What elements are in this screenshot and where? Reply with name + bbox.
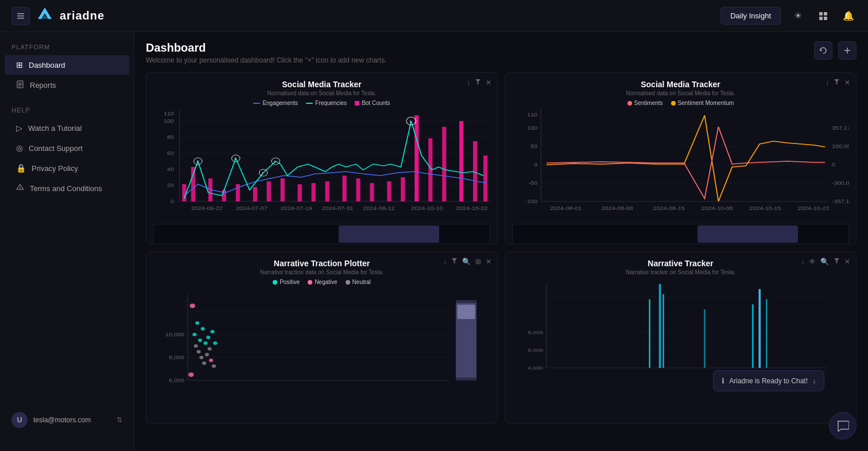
svg-rect-0	[17, 13, 24, 14]
svg-marker-96	[452, 258, 457, 263]
svg-text:40: 40	[167, 166, 175, 172]
svg-text:10,000: 10,000	[165, 332, 184, 337]
close-button[interactable]: ✕	[486, 258, 491, 266]
legend-neutral: Neutral	[346, 279, 371, 285]
daily-insight-button[interactable]: Daily Insight	[720, 7, 781, 25]
svg-point-115	[203, 341, 207, 345]
user-area[interactable]: U tesla@motors.com ⇅	[0, 406, 134, 434]
svg-rect-1	[17, 15, 24, 17]
legend-sentiment-momentum: Sentiment Momentum	[671, 100, 734, 106]
logo-icon	[36, 6, 54, 26]
svg-text:2024-07-07: 2024-07-07	[236, 205, 268, 211]
svg-rect-52	[356, 178, 360, 201]
download-button[interactable]: ↓	[443, 258, 447, 266]
chart1-controls: ↓ ✕	[467, 79, 491, 87]
sidebar-item-dashboard[interactable]: ⊞ Dashboard	[5, 55, 129, 75]
svg-point-121	[212, 364, 216, 368]
close-button[interactable]: ✕	[844, 79, 850, 87]
sun-icon[interactable]: ☀	[790, 8, 806, 24]
terms-icon	[16, 184, 24, 193]
sidebar-item-terms[interactable]: Terms and Conditions	[5, 178, 129, 199]
chart4-title: Narrative Tracker	[512, 259, 849, 268]
sidebar-item-tutorial[interactable]: ▷ Watch a Tutorial	[5, 118, 129, 138]
chat-button[interactable]	[829, 412, 857, 440]
chart4-controls: ↓ 👁 🔍 ✕	[801, 258, 850, 266]
topbar: ariadne Daily Insight ☀ 🔔	[0, 0, 868, 32]
svg-point-111	[198, 339, 202, 342]
filter-button[interactable]	[834, 79, 840, 87]
svg-point-114	[202, 361, 206, 365]
filter-button[interactable]	[451, 258, 458, 266]
legend-sentiments: Sentiments	[627, 100, 663, 106]
chart-narrative-traction: ↓ 🔍 ⊞ ✕ Narrative Traction Plotter Narra…	[146, 251, 498, 423]
search-button[interactable]: 🔍	[820, 258, 829, 266]
eye-button[interactable]: 👁	[809, 258, 816, 266]
svg-text:i: i	[410, 119, 411, 124]
platform-section: Platform ⊞ Dashboard Reports	[0, 44, 134, 95]
svg-rect-50	[325, 181, 329, 201]
chart3-legend: Positive Negative Neutral	[153, 279, 490, 285]
user-email: tesla@motors.com	[33, 416, 111, 424]
add-chart-button[interactable]	[838, 41, 857, 60]
sidebar-item-support-label: Contact Support	[29, 144, 83, 153]
svg-text:6,000: 6,000	[169, 378, 184, 383]
svg-text:i: i	[274, 160, 276, 164]
svg-text:i: i	[262, 171, 263, 176]
refresh-button[interactable]	[814, 41, 832, 60]
chart3-controls: ↓ 🔍 ⊞ ✕	[443, 258, 491, 266]
bell-icon[interactable]: 🔔	[840, 8, 857, 24]
legend-frequencies-label: Frequencies	[315, 100, 347, 106]
topbar-right: Daily Insight ☀ 🔔	[720, 7, 857, 25]
download-button[interactable]: ↓	[801, 258, 804, 266]
svg-text:100: 100	[527, 125, 537, 131]
svg-point-108	[194, 344, 198, 348]
filter-button[interactable]	[834, 258, 840, 266]
svg-rect-8	[824, 17, 827, 20]
sidebar-item-support[interactable]: ◎ Contact Support	[5, 138, 129, 158]
svg-rect-58	[442, 127, 446, 201]
svg-marker-18	[475, 79, 480, 84]
svg-text:357,171: 357,171	[832, 125, 849, 131]
download-button[interactable]: ↓	[826, 79, 829, 87]
filter-button[interactable]	[475, 79, 481, 87]
svg-rect-125	[457, 305, 475, 319]
legend-frequencies: Frequencies	[306, 100, 347, 106]
svg-marker-72	[834, 79, 839, 84]
chart1-scroll[interactable]	[153, 224, 490, 244]
svg-rect-49	[312, 183, 316, 201]
grid-icon[interactable]	[815, 8, 831, 24]
svg-text:-357,171: -357,171	[832, 199, 849, 204]
chart2-scroll[interactable]	[512, 224, 849, 244]
svg-text:8,000: 8,000	[528, 329, 543, 335]
chart-social-media-tracker-1: ↓ ✕ Social Media Tracker Normalised data…	[146, 72, 498, 244]
svg-rect-56	[414, 115, 418, 201]
chart-social-media-tracker-2: ↓ ✕ Social Media Tracker Normalised data…	[505, 72, 857, 244]
download-button[interactable]: ↓	[467, 79, 470, 87]
page-subtitle: Welcome to your personalised dashboard! …	[146, 56, 387, 64]
close-button[interactable]: ✕	[844, 258, 850, 266]
svg-rect-60	[473, 141, 477, 201]
page-title: Dashboard	[146, 41, 387, 55]
chart2-area: -100 -50 0 50 100 110 -357,171 -300,000 …	[512, 110, 849, 221]
ariadne-notify-scroll-icon[interactable]: ↓	[812, 377, 816, 385]
sidebar-item-reports-label: Reports	[30, 81, 56, 90]
svg-point-110	[196, 350, 200, 353]
sidebar-item-reports[interactable]: Reports	[5, 75, 129, 95]
svg-text:100: 100	[164, 118, 174, 124]
logo-text: ariadne	[60, 9, 104, 22]
svg-rect-61	[483, 155, 487, 201]
logo-area: ariadne	[11, 6, 104, 26]
svg-rect-46	[267, 181, 271, 201]
sidebar-item-privacy[interactable]: 🔒 Privacy Policy	[5, 158, 129, 178]
svg-rect-54	[387, 181, 391, 201]
search-button[interactable]: 🔍	[462, 258, 471, 266]
svg-text:20: 20	[167, 182, 175, 188]
daily-insight-label: Daily Insight	[730, 11, 771, 20]
svg-point-113	[201, 327, 205, 331]
close-button[interactable]: ✕	[486, 79, 491, 87]
sidebar-toggle-btn[interactable]	[11, 7, 30, 25]
legend-negative-label: Negative	[315, 279, 337, 285]
svg-rect-7	[819, 17, 823, 20]
view-button[interactable]: ⊞	[475, 258, 481, 266]
svg-text:80: 80	[167, 134, 175, 140]
